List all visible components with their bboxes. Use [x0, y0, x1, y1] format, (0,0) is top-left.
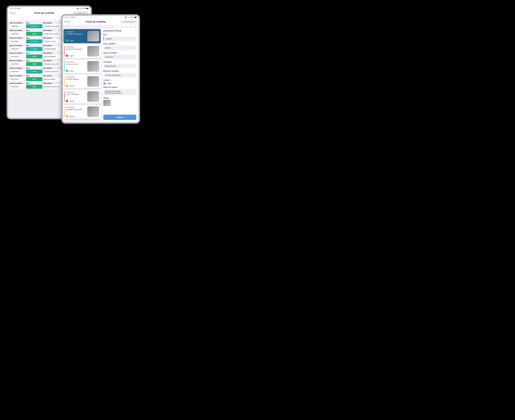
status-date: Lun 23 juin	[14, 8, 21, 9]
cell-etat-badge: A valider	[26, 39, 43, 43]
cell-etat-badge: Validé	[26, 77, 43, 81]
detail-zone-label: Zone contrôlée	[103, 43, 136, 45]
card-stripe	[64, 46, 65, 57]
cell-date: 01/02/2023	[9, 62, 26, 66]
card-photo-thumb[interactable]	[87, 91, 99, 102]
detail-zone-value: 235345	[103, 46, 136, 50]
download-icon[interactable]	[125, 26, 127, 28]
page-title: Fiche de contrôle	[34, 12, 54, 15]
col-etat-label: Etat	[26, 22, 43, 24]
list-card[interactable]: 21/02/2023Trace porte AVDFaible	[63, 59, 101, 73]
col-date-label: Date de création	[10, 30, 26, 31]
search-placeholder: Rechercher	[77, 12, 86, 14]
col-etat-label: Etat	[26, 60, 43, 61]
detail-photo-thumb[interactable]	[103, 100, 111, 106]
crit-badge	[66, 115, 68, 117]
crit-badge	[66, 70, 68, 72]
col-etat-label: Etat	[26, 37, 43, 39]
card-crit: Urgent	[66, 55, 86, 57]
col-etat-label: Etat	[26, 30, 43, 31]
card-desc: Contrôle essuie-glace	[66, 33, 86, 35]
scan-icon[interactable]	[117, 26, 119, 28]
col-date-label: Date de création	[10, 82, 26, 84]
mic-icon	[87, 12, 88, 14]
detail-panel: Intervention N°34-22 Etat A valider Zone…	[102, 29, 138, 121]
card-date: 13/03/2023	[66, 31, 86, 33]
col-etat-label: Etat	[26, 45, 43, 46]
card-list: 13/03/2023Contrôle essuie-glaceFaible03/…	[63, 29, 101, 121]
search-placeholder: Rechercher	[125, 21, 134, 23]
card-date: 07/02/2023	[66, 91, 86, 93]
share-icon[interactable]	[121, 26, 123, 28]
tablet-camera-dot	[49, 6, 50, 7]
battery-icon	[134, 17, 137, 18]
card-photo-thumb[interactable]	[87, 31, 99, 41]
detail-element-label: Elément à contrôler	[103, 70, 136, 72]
signal-icon: ▮▮▯	[77, 8, 79, 9]
col-etat-label: Etat	[26, 52, 43, 54]
detail-title: Intervention N°34-22	[103, 30, 136, 32]
card-photo-thumb[interactable]	[87, 46, 99, 56]
card-desc: Fenêtre ARG cassée	[66, 48, 86, 50]
cell-etat-badge: Validé	[26, 85, 43, 89]
cell-etat-badge: Validé	[26, 54, 43, 59]
card-photo-thumb[interactable]	[87, 61, 99, 72]
col-date-label: Date de création	[10, 75, 26, 77]
card-crit: Moyen	[66, 85, 86, 87]
status-battery-pct: 100%	[130, 16, 133, 18]
status-time: 9:41	[65, 16, 67, 18]
tablet-camera-dot	[100, 15, 101, 15]
screen-front: 9:41 Lun 23 juin ▮▮▯ ▲ 100% Fermer Fiche…	[63, 15, 139, 122]
filter-icon[interactable]	[130, 26, 132, 28]
col-date-label: Date de création	[10, 22, 26, 24]
list-card[interactable]: 18/02/2023Contrôle abitacleMoyen	[63, 75, 101, 89]
cell-date: 29/01/2023	[9, 70, 26, 74]
cell-etat-badge: Validé	[26, 32, 43, 36]
header: Fermer Fiche de contrôle Rechercher	[63, 19, 139, 25]
status-battery-pct: 100%	[82, 8, 85, 9]
card-stripe	[64, 31, 65, 42]
card-date: 21/02/2023	[66, 61, 86, 63]
card-crit: Urgent	[66, 100, 86, 102]
detail-element-value: Contrôle essuie-glace	[103, 73, 136, 77]
toolbar	[63, 25, 139, 29]
detail-controleur-label: Contrôleur	[103, 61, 136, 63]
wifi-icon: ▲	[128, 16, 129, 18]
card-desc: Filtre à particules	[66, 93, 86, 95]
crit-badge	[66, 40, 68, 42]
list-card[interactable]: 13/03/2023Contrôle essuie-glaceFaible	[63, 29, 101, 43]
card-date: 03/03/2023	[66, 46, 86, 48]
search-input[interactable]: Rechercher	[121, 20, 137, 23]
detail-etat-value: A valider	[103, 37, 136, 41]
col-date-label: Date de création	[10, 67, 26, 69]
validate-button[interactable]: Valider	[103, 115, 136, 120]
gear-icon[interactable]	[134, 26, 136, 28]
cell-date: 07/02/2023	[9, 54, 26, 59]
col-date-label: Date de création	[10, 60, 26, 61]
card-stripe	[64, 91, 65, 102]
crit-badge	[66, 55, 68, 57]
cell-etat-badge: A valider	[26, 70, 43, 74]
card-crit: Moyen	[66, 115, 86, 117]
col-date-label: Date de création	[10, 52, 26, 54]
detail-date-value: 13/03/2023	[103, 55, 136, 59]
list-card[interactable]: 01/02/2023Remplacer pneu AVGMoyen	[63, 105, 101, 119]
statusbar: 9:41 Lun 23 juin ▮▮▯ ▲ 100%	[63, 15, 139, 19]
status-date: Lun 23 juin	[68, 16, 75, 18]
card-stripe	[64, 61, 65, 72]
crit-badge	[103, 82, 105, 84]
card-desc: Remplacer pneu AVG	[66, 108, 86, 111]
card-crit: Faible	[66, 40, 86, 42]
signal-icon: ▮▮▯	[125, 16, 127, 18]
page-title: Fiche de contrôle	[86, 20, 106, 23]
list-card[interactable]: 07/02/2023Filtre à particulesUrgent	[63, 90, 101, 104]
close-button[interactable]: Fermer	[9, 12, 15, 14]
close-button[interactable]: Fermer	[64, 21, 70, 23]
card-photo-thumb[interactable]	[87, 106, 99, 117]
card-photo-thumb[interactable]	[87, 76, 99, 87]
search-icon	[123, 21, 124, 22]
card-stripe	[64, 106, 65, 117]
status-time: 9:41	[10, 8, 13, 9]
detail-etat-label: Etat	[103, 34, 136, 36]
list-card[interactable]: 03/03/2023Fenêtre ARG casséeUrgent	[63, 44, 101, 58]
